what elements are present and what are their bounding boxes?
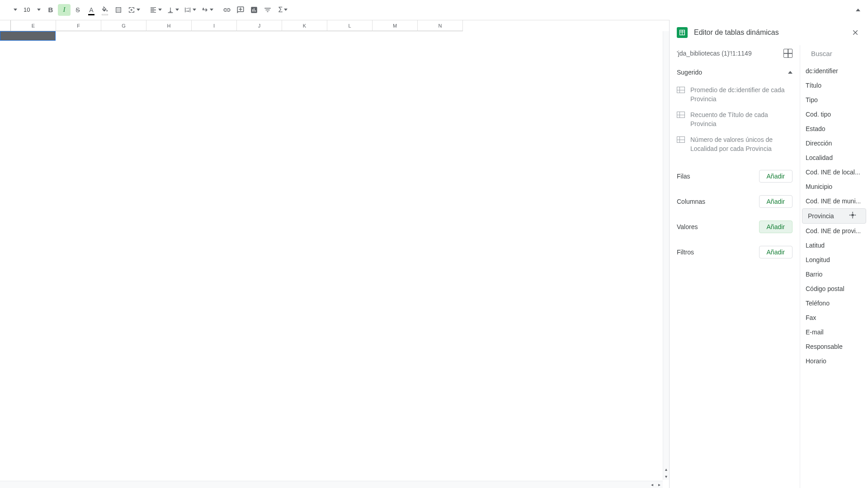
comment-icon xyxy=(236,6,245,14)
collapse-toolbar-button[interactable] xyxy=(852,4,864,16)
toolbar: 10 B I S A xyxy=(0,0,868,20)
text-rotation-button[interactable] xyxy=(199,4,215,16)
font-size-value: 10 xyxy=(24,6,30,13)
column-header[interactable]: K xyxy=(282,20,327,31)
suggestion-text: Promedio de dc:identifier de cada Provin… xyxy=(690,86,793,103)
filter-button[interactable] xyxy=(261,4,274,16)
suggestion-item[interactable]: Número de valores únicos de Localidad po… xyxy=(677,132,793,157)
column-header[interactable]: E xyxy=(11,20,56,31)
column-header[interactable]: M xyxy=(373,20,418,31)
insert-link-button[interactable] xyxy=(221,4,233,16)
column-header[interactable]: L xyxy=(327,20,373,31)
insert-chart-button[interactable] xyxy=(248,4,260,16)
field-list-panel: dc:identifierTítuloTipoCod. tipoEstadoDi… xyxy=(800,45,868,488)
field-item[interactable]: Cod. INE de muni... xyxy=(800,194,868,208)
add-values-button[interactable]: Añadir xyxy=(759,221,793,233)
chevron-down-icon xyxy=(137,9,140,11)
column-header[interactable]: J xyxy=(237,20,282,31)
values-label: Valores xyxy=(677,223,698,230)
horizontal-align-button[interactable] xyxy=(147,4,164,16)
font-size-input[interactable]: 10 xyxy=(21,4,43,16)
text-color-button[interactable]: A xyxy=(85,4,98,16)
field-item[interactable]: E-mail xyxy=(800,325,868,339)
spreadsheet-grid[interactable]: EFGHIJKLMN ▴ ▾ ◂ ▸ xyxy=(0,20,669,488)
font-family-dropdown[interactable] xyxy=(4,4,20,16)
column-header[interactable]: H xyxy=(146,20,192,31)
chevron-down-icon xyxy=(284,9,288,11)
field-item[interactable]: Tipo xyxy=(800,93,868,107)
field-item[interactable]: Cod. tipo xyxy=(800,107,868,122)
field-item[interactable]: Dirección xyxy=(800,136,868,150)
scroll-up-icon[interactable]: ▴ xyxy=(663,465,669,473)
filter-icon xyxy=(264,6,272,14)
column-header[interactable]: G xyxy=(101,20,146,31)
field-item[interactable]: Localidad xyxy=(800,150,868,165)
align-icon xyxy=(150,6,157,14)
column-header[interactable]: I xyxy=(192,20,237,31)
field-item[interactable]: Horario xyxy=(800,354,868,368)
functions-button[interactable]: Σ xyxy=(275,4,291,16)
rows-section: Filas Añadir xyxy=(677,170,793,183)
merge-cells-button[interactable] xyxy=(126,4,142,16)
merge-icon xyxy=(128,6,135,14)
column-header[interactable]: N xyxy=(418,20,463,31)
field-item[interactable]: Teléfono xyxy=(800,296,868,310)
field-item[interactable]: dc:identifier xyxy=(800,64,868,78)
pivot-config-area: 'jda_bibliotecas (1)'!1:1149 Sugerido Pr… xyxy=(670,45,800,488)
field-item[interactable]: Código postal xyxy=(800,282,868,296)
add-columns-button[interactable]: Añadir xyxy=(759,195,793,208)
suggested-section-header[interactable]: Sugerido xyxy=(677,69,793,76)
values-section: Valores Añadir xyxy=(677,221,793,233)
strikethrough-button[interactable]: S xyxy=(71,4,84,16)
scroll-right-icon[interactable]: ▸ xyxy=(656,481,663,488)
selected-cell[interactable] xyxy=(0,31,56,41)
field-item[interactable]: Municipio xyxy=(800,179,868,194)
pivot-icon xyxy=(677,87,685,93)
filters-label: Filtros xyxy=(677,249,694,256)
fill-color-button[interactable] xyxy=(99,4,111,16)
select-range-button[interactable] xyxy=(783,49,793,58)
paint-bucket-icon xyxy=(101,6,108,14)
italic-button[interactable]: I xyxy=(58,4,71,16)
text-wrap-button[interactable] xyxy=(182,4,198,16)
field-item[interactable]: Cod. INE de provi... xyxy=(800,224,868,238)
vertical-align-button[interactable] xyxy=(165,4,181,16)
close-panel-button[interactable] xyxy=(850,27,861,38)
chevron-down-icon xyxy=(210,9,213,11)
scroll-down-icon[interactable]: ▾ xyxy=(663,473,669,480)
insert-comment-button[interactable] xyxy=(234,4,247,16)
horizontal-scrollbar[interactable]: ◂ ▸ xyxy=(0,481,663,488)
pivot-icon xyxy=(677,112,685,118)
vertical-scrollbar[interactable]: ▴ ▾ xyxy=(663,31,669,480)
link-icon xyxy=(223,6,231,14)
data-range-text[interactable]: 'jda_bibliotecas (1)'!1:1149 xyxy=(677,50,780,57)
pivot-table-editor-panel: Editor de tablas dinámicas 'jda_bibliote… xyxy=(669,20,868,488)
field-items-list: dc:identifierTítuloTipoCod. tipoEstadoDi… xyxy=(800,62,868,488)
valign-icon xyxy=(167,6,174,14)
scroll-left-icon[interactable]: ◂ xyxy=(648,481,656,488)
column-headers: EFGHIJKLMN xyxy=(0,20,669,31)
wrap-icon xyxy=(184,6,191,14)
chart-icon xyxy=(250,6,258,14)
field-item[interactable]: Barrio xyxy=(800,267,868,282)
column-header[interactable]: F xyxy=(56,20,101,31)
borders-button[interactable] xyxy=(112,4,125,16)
field-item[interactable]: Responsable xyxy=(800,339,868,354)
suggestion-item[interactable]: Recuento de Título de cada Provincia xyxy=(677,107,793,132)
bold-button[interactable]: B xyxy=(44,4,57,16)
chevron-up-icon xyxy=(856,9,860,11)
rows-label: Filas xyxy=(677,173,690,180)
field-search-input[interactable] xyxy=(811,50,868,57)
field-item[interactable]: Fax xyxy=(800,310,868,325)
field-item[interactable]: Título xyxy=(800,78,868,93)
field-item[interactable]: Provincia xyxy=(802,208,866,224)
add-rows-button[interactable]: Añadir xyxy=(759,170,793,183)
field-item[interactable]: Estado xyxy=(800,122,868,136)
field-item[interactable]: Cod. INE de local... xyxy=(800,165,868,179)
field-item[interactable]: Longitud xyxy=(800,253,868,267)
suggestion-item[interactable]: Promedio de dc:identifier de cada Provin… xyxy=(677,82,793,107)
drag-cursor-icon xyxy=(849,211,857,221)
field-item[interactable]: Latitud xyxy=(800,238,868,253)
add-filters-button[interactable]: Añadir xyxy=(759,246,793,258)
columns-section: Columnas Añadir xyxy=(677,195,793,208)
